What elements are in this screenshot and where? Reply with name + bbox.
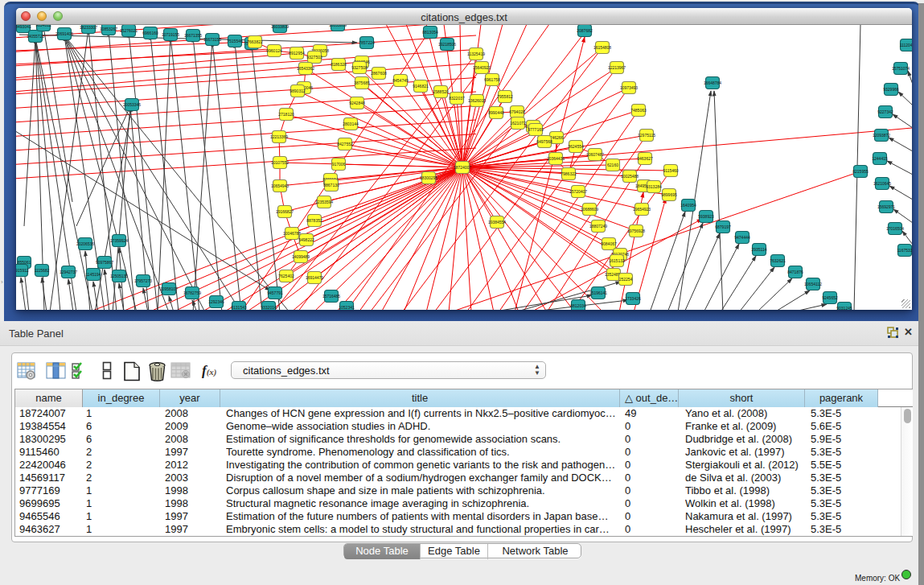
svg-text:7632621: 7632621 <box>770 258 786 263</box>
svg-text:16671355: 16671355 <box>184 33 202 38</box>
svg-text:16543362: 16543362 <box>297 66 314 71</box>
svg-text:9474444: 9474444 <box>734 235 750 240</box>
svg-text:12213369: 12213369 <box>270 134 288 139</box>
svg-text:15196141: 15196141 <box>589 290 607 295</box>
svg-text:14055721: 14055721 <box>27 34 44 39</box>
svg-text:8813054: 8813054 <box>422 30 438 35</box>
svg-text:3915912: 3915912 <box>16 268 29 273</box>
svg-text:7663822: 7663822 <box>247 39 263 44</box>
svg-text:6966160: 6966160 <box>142 31 158 35</box>
svg-text:9227342: 9227342 <box>877 109 893 114</box>
svg-text:16782759: 16782759 <box>183 290 201 295</box>
svg-text:9899695: 9899695 <box>661 192 677 197</box>
svg-text:10688609: 10688609 <box>581 207 598 212</box>
svg-text:1145194: 1145194 <box>85 272 101 277</box>
svg-text:10107552: 10107552 <box>271 160 289 165</box>
svg-text:2087682: 2087682 <box>577 28 593 33</box>
svg-text:8912954: 8912954 <box>289 51 305 56</box>
svg-text:15720407: 15720407 <box>569 189 587 194</box>
svg-text:1615132: 1615132 <box>609 258 625 263</box>
svg-text:10973493: 10973493 <box>620 85 638 90</box>
svg-text:7986322: 7986322 <box>561 171 577 176</box>
svg-text:2867608: 2867608 <box>371 71 387 76</box>
svg-text:7515546: 7515546 <box>227 39 243 43</box>
svg-text:90975867: 90975867 <box>96 260 113 265</box>
svg-text:1115682: 1115682 <box>35 268 50 273</box>
svg-text:16033809: 16033809 <box>329 25 347 27</box>
svg-text:5938923: 5938923 <box>698 214 714 219</box>
svg-text:15716485: 15716485 <box>322 294 340 299</box>
svg-text:2935114: 2935114 <box>751 247 766 252</box>
svg-text:19384554: 19384554 <box>488 220 506 225</box>
svg-text:9313284: 9313284 <box>646 184 662 189</box>
svg-text:16033809: 16033809 <box>271 25 289 29</box>
svg-text:16648784: 16648784 <box>704 80 721 85</box>
svg-text:9245652: 9245652 <box>822 295 838 300</box>
svg-text:6961758: 6961758 <box>484 77 500 82</box>
svg-text:1052341: 1052341 <box>339 305 355 310</box>
svg-text:3875685: 3875685 <box>354 80 370 85</box>
svg-text:1292346: 1292346 <box>208 299 224 304</box>
svg-text:9890312: 9890312 <box>290 89 306 93</box>
svg-text:252254: 252254 <box>619 277 633 282</box>
svg-text:1112045: 1112045 <box>900 43 912 47</box>
svg-text:16154808: 16154808 <box>593 45 611 50</box>
svg-text:16673155: 16673155 <box>203 37 221 42</box>
svg-text:8867130: 8867130 <box>323 183 339 187</box>
svg-text:17957273: 17957273 <box>134 278 152 283</box>
svg-text:2718120: 2718120 <box>278 112 294 117</box>
svg-text:12975115: 12975115 <box>638 133 655 138</box>
svg-text:6879197: 6879197 <box>715 225 731 229</box>
svg-text:9457791: 9457791 <box>267 290 283 295</box>
svg-text:20691406: 20691406 <box>55 31 73 36</box>
svg-text:8990448: 8990448 <box>488 110 504 115</box>
svg-text:1244415: 1244415 <box>872 156 888 161</box>
svg-text:10654112: 10654112 <box>804 282 822 286</box>
svg-text:15276021: 15276021 <box>120 28 138 33</box>
svg-text:15751074: 15751074 <box>892 66 910 71</box>
svg-text:8215955: 8215955 <box>852 169 869 174</box>
svg-text:15640923: 15640923 <box>473 65 491 70</box>
svg-text:855061: 855061 <box>18 260 31 265</box>
svg-text:9084067: 9084067 <box>601 241 617 246</box>
svg-text:19166827: 19166827 <box>276 209 294 214</box>
svg-text:12093872: 12093872 <box>873 133 890 138</box>
svg-text:12213967: 12213967 <box>608 65 626 70</box>
svg-text:13626015: 13626015 <box>468 98 486 103</box>
svg-text:12942737: 12942737 <box>60 270 77 274</box>
svg-text:9332014: 9332014 <box>261 305 277 310</box>
svg-text:10853267: 10853267 <box>100 27 117 31</box>
svg-text:9634012: 9634012 <box>35 25 51 27</box>
svg-text:9327508: 9327508 <box>351 65 368 70</box>
svg-text:17359924: 17359924 <box>110 238 128 243</box>
svg-text:7625402: 7625402 <box>278 274 294 278</box>
svg-text:9777169: 9777169 <box>528 127 544 132</box>
svg-text:18724007: 18724007 <box>454 165 471 170</box>
svg-text:1733426: 1733426 <box>625 296 641 301</box>
svg-text:18300295: 18300295 <box>420 175 437 180</box>
svg-text:10719155: 10719155 <box>162 32 179 37</box>
svg-text:9146821: 9146821 <box>413 84 429 89</box>
svg-text:8322037: 8322037 <box>449 96 465 101</box>
svg-text:19756928: 19756928 <box>627 229 645 233</box>
svg-text:18233307: 18233307 <box>80 25 97 30</box>
svg-text:9031245: 9031245 <box>836 306 852 310</box>
svg-text:3624554: 3624554 <box>568 144 584 149</box>
svg-text:2803144: 2803144 <box>343 122 359 126</box>
svg-text:7485063: 7485063 <box>630 108 647 113</box>
svg-text:9960124: 9960124 <box>266 48 282 53</box>
svg-text:1167533: 1167533 <box>897 248 912 253</box>
svg-text:8131543: 8131543 <box>231 305 247 310</box>
svg-text:11325419: 11325419 <box>467 51 485 56</box>
svg-text:19218506: 19218506 <box>438 42 456 47</box>
svg-text:8427552: 8427552 <box>337 142 353 146</box>
svg-text:16914479: 16914479 <box>306 275 323 280</box>
svg-text:1588520: 1588520 <box>433 89 449 94</box>
svg-text:9115460: 9115460 <box>663 168 678 173</box>
svg-text:12505135: 12505135 <box>110 274 128 278</box>
svg-text:1621072: 1621072 <box>510 121 526 126</box>
svg-text:9463627: 9463627 <box>637 156 653 161</box>
svg-text:917006: 917006 <box>332 162 346 167</box>
svg-text:7857224: 7857224 <box>359 40 375 45</box>
svg-text:6794028: 6794028 <box>509 109 525 114</box>
